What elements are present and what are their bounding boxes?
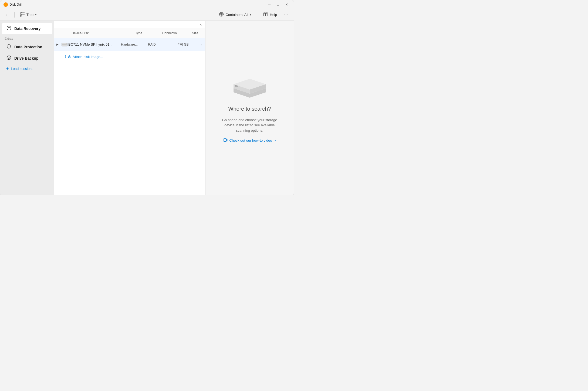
video-icon (224, 138, 228, 142)
svg-rect-1 (20, 14, 21, 15)
load-session-link[interactable]: + Load session... (2, 64, 52, 73)
col-connection-header: Connectio... (160, 31, 190, 35)
load-session-label: Load session... (11, 67, 34, 71)
data-protection-icon (6, 44, 12, 50)
close-button[interactable]: ✕ (283, 2, 290, 7)
svg-rect-2 (20, 15, 21, 16)
data-recovery-label: Data Recovery (14, 26, 40, 31)
tree-dropdown-icon: ▾ (35, 13, 36, 16)
data-recovery-icon (6, 26, 12, 32)
table-sort-row: ∧ (54, 21, 205, 28)
sidebar: Data Recovery Extras Data Protection Dri… (0, 21, 54, 195)
containers-label: Containers: All (225, 13, 248, 17)
containers-button[interactable]: Containers: All ▾ (216, 11, 254, 19)
toolbar-right: Containers: All ▾ Help ··· (216, 11, 290, 19)
toolbar: ← Tree ▾ (0, 9, 294, 21)
minimize-button[interactable]: ─ (266, 2, 273, 7)
attach-disk-image-row[interactable]: Attach disk image... (54, 51, 205, 63)
back-button[interactable]: ← (4, 11, 11, 19)
more-button[interactable]: ··· (282, 11, 290, 19)
sidebar-item-data-recovery[interactable]: Data Recovery (2, 23, 52, 34)
toolbar-separator (14, 12, 15, 18)
hdd-illustration (228, 73, 271, 98)
svg-rect-0 (20, 12, 21, 13)
device-size: 476 GB (175, 43, 197, 46)
help-icon (263, 12, 268, 18)
title-bar-controls: ─ □ ✕ (266, 2, 290, 7)
how-to-video-label: Check out our how-to video (229, 138, 272, 142)
title-bar-left: Disk Drill (4, 2, 22, 7)
tree-icon (20, 12, 25, 18)
help-label: Help (270, 13, 277, 17)
where-to-search-desc: Go ahead and choose your storage device … (220, 117, 279, 133)
sort-arrow-icon[interactable]: ∧ (200, 23, 202, 26)
col-device-header: Device/Disk (68, 31, 133, 35)
where-to-search-title: Where to search? (228, 106, 271, 112)
svg-rect-26 (235, 85, 236, 86)
col-type-header: Type (133, 31, 160, 35)
content-area: ∧ Device/Disk Type Connectio... Size (54, 21, 294, 195)
attach-disk-icon (65, 54, 70, 59)
table-header: Device/Disk Type Connectio... Size (54, 28, 205, 38)
row-expand-icon[interactable]: ▶ (54, 43, 61, 46)
maximize-button[interactable]: □ (274, 2, 282, 7)
table-row[interactable]: ▶ BC711 NVMe SK hynix 51... Hardware... … (54, 38, 205, 51)
row-disk-icon (61, 42, 68, 47)
extras-label: Extras (0, 34, 54, 41)
load-session-plus: + (6, 66, 9, 71)
device-more-button[interactable]: ⋮ (197, 42, 205, 47)
device-connection: RAID (146, 43, 175, 46)
how-to-video-arrow: > (274, 138, 276, 142)
sidebar-item-drive-backup[interactable]: Drive Backup (2, 53, 52, 64)
help-button[interactable]: Help (261, 11, 280, 19)
tree-view-button[interactable]: Tree ▾ (18, 11, 39, 19)
title-bar: Disk Drill ─ □ ✕ (0, 0, 294, 9)
containers-icon (219, 12, 224, 18)
containers-dropdown-icon: ▾ (250, 13, 251, 16)
how-to-video-link[interactable]: Check out our how-to video > (224, 138, 276, 142)
data-protection-label: Data Protection (14, 45, 42, 49)
attach-disk-label: Attach disk image... (73, 55, 103, 59)
app-icon (4, 2, 8, 7)
device-type: Hardware... (119, 43, 146, 46)
svg-rect-25 (235, 86, 238, 87)
drive-backup-icon (6, 55, 12, 61)
sidebar-item-data-protection[interactable]: Data Protection (2, 41, 52, 53)
drive-backup-label: Drive Backup (14, 56, 38, 60)
main-layout: Data Recovery Extras Data Protection Dri… (0, 21, 294, 195)
tree-label: Tree (26, 13, 33, 17)
right-panel: Where to search? Go ahead and choose you… (205, 21, 294, 195)
device-name: BC711 NVMe SK hynix 51... (68, 42, 119, 46)
svg-point-20 (66, 43, 67, 44)
device-panel: ∧ Device/Disk Type Connectio... Size (54, 21, 205, 195)
svg-rect-28 (224, 139, 226, 142)
toolbar-separator-2 (257, 12, 257, 18)
app-title: Disk Drill (9, 3, 22, 6)
svg-rect-27 (236, 85, 237, 86)
